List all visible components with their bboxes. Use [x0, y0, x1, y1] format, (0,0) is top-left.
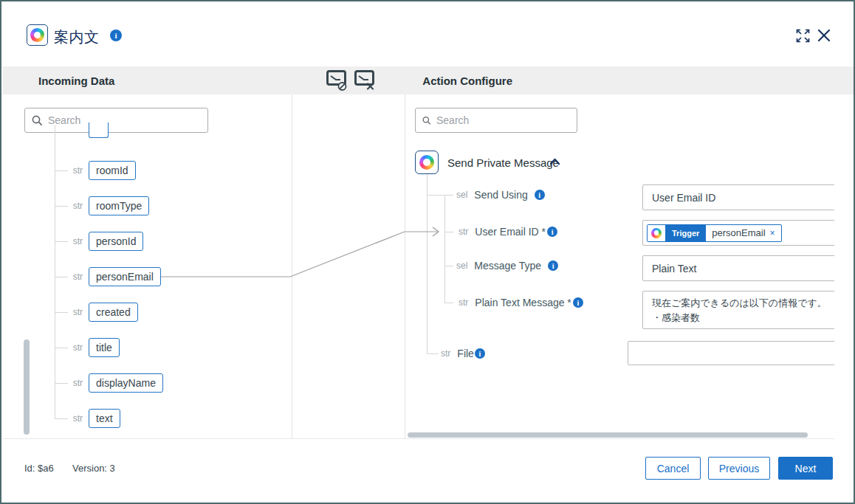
config-row-message-type: sel Message Type i: [456, 258, 558, 274]
field-chip-roomType[interactable]: roomType: [89, 196, 149, 215]
chip-source-badge: Trigger: [665, 225, 706, 241]
field-chip-personId[interactable]: personId: [89, 232, 143, 251]
version-label: Version: 3: [72, 463, 115, 474]
plain-text-message-textarea[interactable]: 現在ご案内できるのは以下の情報です。 ・感染者数: [642, 291, 834, 329]
search-icon: [32, 115, 43, 126]
clear-mappings-icon[interactable]: [354, 70, 377, 92]
right-horizontal-scrollbar[interactable]: [408, 432, 808, 438]
field-chip-title[interactable]: title: [89, 338, 120, 357]
info-icon[interactable]: i: [535, 190, 545, 200]
field-chip-personEmail[interactable]: personEmail: [89, 267, 161, 286]
info-icon[interactable]: i: [548, 260, 558, 271]
user-email-id-input[interactable]: Trigger personEmail ×: [642, 220, 834, 246]
title-info-icon[interactable]: i: [110, 30, 122, 41]
config-row-plain-text-message: str Plain Text Message * i: [459, 294, 583, 311]
info-icon[interactable]: i: [475, 348, 485, 359]
content-bottom-border: [3, 438, 834, 439]
close-icon[interactable]: [817, 28, 831, 43]
webex-logo-icon: [27, 24, 48, 46]
mapping-chip[interactable]: Trigger personEmail ×: [647, 224, 782, 242]
incoming-data-title: Incoming Data: [38, 75, 114, 87]
remove-chip-icon[interactable]: ×: [770, 228, 775, 238]
hide-mappings-icon[interactable]: [326, 70, 348, 92]
config-row-send-using: sel Send Using i: [456, 187, 545, 203]
action-configure-title: Action Configure: [422, 75, 512, 87]
config-row-file: str File i: [441, 345, 485, 362]
tree-trunk: [55, 125, 55, 418]
next-button[interactable]: Next: [778, 457, 833, 480]
webex-logo-icon: [648, 225, 665, 241]
incoming-field-row: str roomId: [68, 162, 136, 179]
left-panel-divider: [292, 94, 292, 438]
flow-id-label: Id: $a6: [24, 463, 54, 474]
send-using-select[interactable]: User Email ID: [642, 184, 834, 210]
page-title: 案内文: [54, 27, 100, 47]
incoming-search[interactable]: [24, 108, 208, 133]
expand-icon[interactable]: [796, 29, 810, 43]
info-icon[interactable]: i: [573, 297, 583, 308]
panel-header-bar: Incoming Data Action Configure: [3, 66, 855, 94]
incoming-field-row: str displayName: [68, 375, 163, 391]
config-row-user-email-id: str User Email ID * i: [459, 224, 557, 240]
incoming-field-row: str title: [68, 339, 120, 356]
cancel-button[interactable]: Cancel: [645, 457, 701, 480]
clipped-field-chip: [89, 122, 109, 138]
incoming-field-row: str personEmail: [68, 269, 161, 285]
field-chip-roomId[interactable]: roomId: [89, 161, 136, 180]
incoming-field-row: str created: [68, 304, 138, 320]
incoming-search-input[interactable]: [48, 114, 201, 126]
field-chip-displayName[interactable]: displayName: [89, 373, 163, 393]
incoming-field-row: str personId: [68, 233, 143, 249]
incoming-field-row: str text: [68, 410, 120, 427]
left-vertical-scrollbar[interactable]: [24, 339, 30, 435]
incoming-field-row: str roomType: [68, 198, 149, 214]
chip-field-name: personEmail: [712, 227, 765, 238]
action-configure-dialog: 案内文 i Incoming Data Action Con: [0, 0, 855, 504]
info-icon[interactable]: i: [547, 227, 557, 237]
previous-button[interactable]: Previous: [708, 457, 770, 480]
message-type-select[interactable]: Plain Text: [642, 255, 834, 281]
field-chip-created[interactable]: created: [89, 303, 138, 322]
file-input[interactable]: [628, 341, 834, 365]
field-chip-text[interactable]: text: [89, 409, 120, 428]
